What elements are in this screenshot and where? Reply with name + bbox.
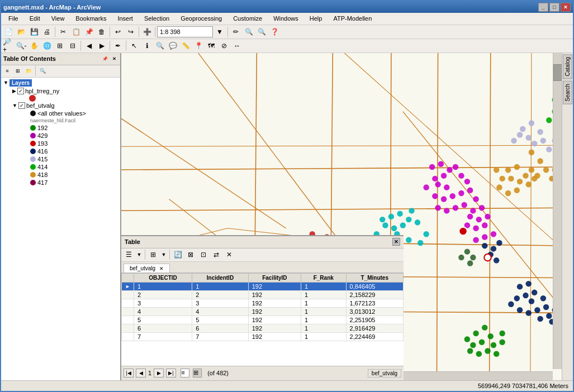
table-options-arrow[interactable]: ▼	[160, 249, 168, 260]
zoom-layer[interactable]: 🗺	[205, 40, 217, 52]
table-menu-arrow[interactable]: ▼	[135, 249, 143, 260]
minimize-button[interactable]: _	[538, 3, 548, 12]
table-row[interactable]: 5 5 192 1 2,251905	[122, 315, 404, 324]
menu-selection[interactable]: Selection	[139, 13, 174, 23]
clear-selected[interactable]: ⊘	[218, 40, 230, 52]
edit-toolbar2[interactable]: ✒	[112, 40, 124, 52]
data-table[interactable]: OBJECTID IncidentID FacilityID F_Rank T_…	[121, 273, 404, 366]
maptips-tool[interactable]: 💬	[167, 40, 179, 52]
hpl-expand[interactable]: ▶	[12, 88, 16, 94]
table-clear-sel[interactable]: ⊡	[197, 249, 210, 260]
switch-selection[interactable]: ↔	[231, 40, 243, 52]
toc-layers-header[interactable]: ▼ Layers	[2, 79, 119, 87]
redo-button[interactable]: ↪	[125, 26, 137, 38]
copy-button[interactable]: 📋	[70, 26, 82, 38]
identify-button[interactable]: 🔍	[243, 26, 255, 38]
zoom-in-button[interactable]: 🔎+	[2, 40, 15, 52]
gotoXY-tool[interactable]: 📍	[192, 40, 205, 52]
scale-dropdown[interactable]: ▼	[214, 26, 226, 38]
col-tminutes[interactable]: T_Minutes	[346, 273, 403, 282]
table-options-btn[interactable]: ⊞	[147, 249, 159, 260]
delete-button[interactable]: 🗑	[96, 26, 108, 38]
menu-insert[interactable]: Insert	[112, 13, 138, 23]
menu-customize[interactable]: Customize	[228, 13, 267, 23]
nav-next[interactable]: ▶	[154, 369, 164, 377]
select-tool[interactable]: ↖	[128, 40, 140, 52]
col-facilityid[interactable]: FacilityID	[248, 273, 301, 282]
hpl-checkbox[interactable]: ✓	[17, 88, 24, 94]
search-button[interactable]: 🔍	[255, 26, 268, 38]
nav-first[interactable]: |◀	[124, 369, 134, 377]
view-toggle-table[interactable]: ≡	[181, 369, 189, 377]
layers-expand-arrow[interactable]: ▼	[3, 80, 8, 85]
nav-prev[interactable]: ◀	[136, 369, 146, 377]
map-scrollbar-vertical[interactable]	[553, 53, 562, 369]
menu-bookmarks[interactable]: Bookmarks	[70, 13, 111, 23]
table-row[interactable]: 3 3 192 1 1,672123	[122, 299, 404, 307]
table-row[interactable]: 4 4 192 1 3,013012	[122, 307, 404, 315]
scroll-thumb-v[interactable]	[553, 64, 562, 81]
fullextent-button[interactable]: 🌐	[41, 40, 53, 52]
scale-input[interactable]: 1:8 398	[157, 26, 213, 37]
bef-layer-row[interactable]: ▼ ✓ bef_utvalg	[11, 102, 119, 109]
hpl-layer-row[interactable]: ▶ ✓ hpl_trreg_ny	[11, 87, 119, 95]
table-close-btn2[interactable]: ✕	[223, 249, 235, 260]
close-button[interactable]: ✕	[561, 3, 571, 12]
maximize-button[interactable]: □	[549, 3, 559, 12]
bef-checkbox[interactable]: ✓	[18, 102, 25, 109]
view-toggle-grid[interactable]: ⊞	[193, 369, 202, 377]
menu-help[interactable]: Help	[305, 13, 328, 23]
nav-last[interactable]: ▶|	[166, 369, 176, 377]
col-incidentid[interactable]: IncidentID	[192, 273, 249, 282]
menu-file[interactable]: File	[3, 13, 23, 23]
table-close-button[interactable]: ✕	[392, 238, 400, 246]
table-select-all[interactable]: ⊠	[184, 249, 197, 260]
toc-source-view[interactable]: 📁	[23, 66, 34, 76]
menu-edit[interactable]: Edit	[25, 13, 45, 23]
toc-list-view[interactable]: ≡	[2, 66, 12, 76]
zoom-out-button[interactable]: 🔍-	[15, 40, 27, 52]
menu-windows[interactable]: Windows	[268, 13, 303, 23]
toc-pin[interactable]: 📌	[101, 55, 109, 63]
table-switch-sel[interactable]: ⇄	[210, 249, 222, 260]
open-button[interactable]: 📂	[15, 26, 27, 38]
table-tab-close[interactable]: ✕	[159, 266, 164, 271]
add-data-button[interactable]: ➕	[141, 26, 153, 38]
paste-button[interactable]: 📌	[83, 26, 95, 38]
save-button[interactable]: 💾	[28, 26, 40, 38]
catalog-tab[interactable]: Catalog	[563, 54, 572, 79]
col-frank[interactable]: F_Rank	[301, 273, 346, 282]
back-button[interactable]: ◀	[83, 40, 95, 52]
col-objectid[interactable]: OBJECTID	[134, 273, 192, 282]
table-row[interactable]: 6 6 192 1 2,916429	[122, 324, 404, 332]
table-row[interactable]: 2 2 192 1 2,158229	[122, 290, 404, 299]
toc-close[interactable]: ✕	[110, 55, 118, 63]
pan-button[interactable]: ✋	[28, 40, 40, 52]
help-button[interactable]: ❓	[268, 26, 281, 38]
new-button[interactable]: 📄	[2, 26, 15, 38]
identify-tool[interactable]: ℹ	[141, 40, 153, 52]
menu-geoprocessing[interactable]: Geoprocessing	[175, 13, 227, 23]
editor-toolbar[interactable]: ✏	[230, 26, 242, 38]
select-elements[interactable]: ⊞	[54, 40, 66, 52]
find-tool[interactable]: 🔍	[154, 40, 166, 52]
forward-button[interactable]: ▶	[96, 40, 108, 52]
table-row[interactable]: 7 7 192 1 2,224469	[122, 332, 404, 341]
search-tab[interactable]: Search	[563, 81, 572, 104]
measure-tool[interactable]: 📏	[179, 40, 192, 52]
table-row[interactable]: ► 1 1 192 1 0,846405	[122, 282, 404, 290]
menu-view[interactable]: View	[46, 13, 70, 23]
print-button[interactable]: 🖨	[41, 26, 53, 38]
toc-search[interactable]: 🔍	[37, 66, 48, 76]
table-reload[interactable]: 🔄	[172, 249, 184, 260]
table-tab-bef[interactable]: bef_utvalg ✕	[124, 264, 170, 273]
table-menu-btn[interactable]: ☰	[122, 249, 135, 260]
select-features[interactable]: ⊟	[67, 40, 79, 52]
toc-panel: Table Of Contents 📌 ✕ ≡ ⊞ 📁 🔍 ▼ Layer	[1, 53, 121, 380]
undo-button[interactable]: ↩	[112, 26, 124, 38]
414-label: 414	[37, 164, 48, 170]
cut-button[interactable]: ✂	[57, 26, 69, 38]
toc-drawing-order[interactable]: ⊞	[13, 66, 23, 76]
bef-expand[interactable]: ▼	[12, 103, 17, 108]
menu-atp[interactable]: ATP-Modellen	[328, 13, 377, 23]
